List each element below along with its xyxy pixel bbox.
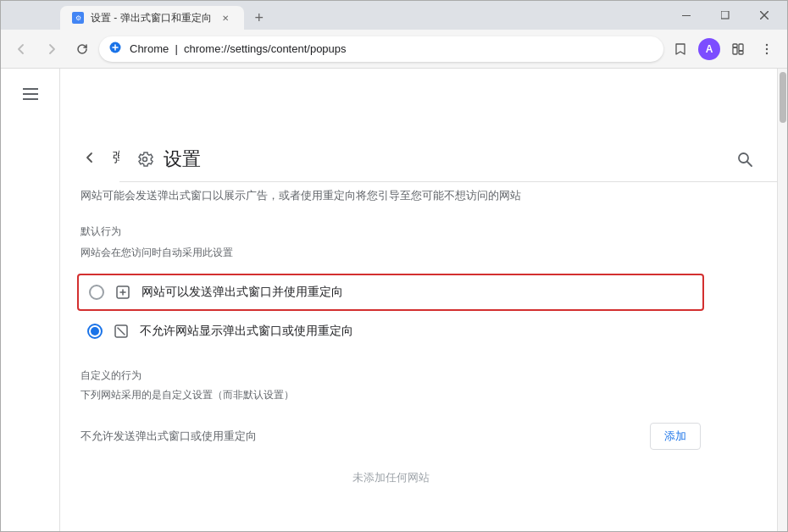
extension-button[interactable]	[724, 36, 752, 63]
settings-main: 设置 弹出式窗口和重定向 搜索	[60, 69, 777, 532]
svg-rect-12	[23, 88, 38, 90]
allow-radio[interactable]	[89, 285, 104, 300]
block-radio[interactable]	[87, 324, 103, 339]
tab-area: ⚙ 设置 - 弹出式窗口和重定向 ✕ +	[1, 1, 271, 30]
window-minimize-button[interactable]	[667, 1, 706, 30]
svg-point-9	[766, 43, 768, 45]
settings-icon	[136, 151, 153, 168]
custom-behavior-sublabel: 下列网站采用的是自定义设置（而非默认设置）	[77, 388, 704, 402]
svg-rect-1	[721, 11, 729, 19]
block-section-header: 不允许发送弹出式窗口或使用重定向 添加	[77, 416, 704, 457]
hamburger-button[interactable]	[15, 79, 46, 109]
forward-button[interactable]	[38, 36, 65, 63]
bookmark-button[interactable]	[667, 36, 694, 63]
svg-rect-5	[733, 47, 737, 54]
window-restore-button[interactable]	[706, 1, 745, 30]
scrollbar-thumb[interactable]	[780, 72, 786, 123]
custom-behavior-label: 自定义的行为	[77, 369, 704, 383]
settings-header: 设置	[119, 136, 777, 182]
svg-point-10	[766, 47, 768, 49]
block-option-icon	[113, 323, 130, 340]
settings-search-button[interactable]	[730, 144, 760, 175]
svg-line-21	[118, 328, 125, 335]
svg-rect-8	[733, 44, 737, 47]
profile-button[interactable]: A	[696, 36, 723, 63]
svg-rect-13	[23, 93, 38, 95]
add-button[interactable]: 添加	[650, 423, 701, 450]
settings-container: 设置 弹出式窗口和重定向 搜索	[1, 69, 787, 532]
allow-popups-option[interactable]: 网站可以发送弹出式窗口并使用重定向	[77, 274, 704, 311]
svg-rect-7	[739, 51, 743, 54]
reload-button[interactable]	[69, 36, 96, 63]
security-icon	[109, 42, 121, 56]
allow-option-icon	[114, 284, 131, 301]
block-radio-inner	[91, 327, 99, 335]
window-close-button[interactable]	[745, 1, 784, 30]
tab-title: 设置 - 弹出式窗口和重定向	[91, 11, 212, 25]
browser-toolbar: A	[1, 30, 787, 69]
back-button[interactable]	[8, 36, 35, 63]
empty-section-text: 未添加任何网站	[77, 457, 704, 499]
new-tab-button[interactable]: +	[247, 6, 271, 30]
search-icon	[736, 151, 753, 168]
profile-avatar: A	[698, 38, 720, 60]
allow-option-text: 网站可以发送弹出式窗口并使用重定向	[142, 285, 343, 300]
address-bar[interactable]	[99, 36, 663, 62]
svg-point-15	[739, 153, 748, 163]
settings-page-title: 设置	[164, 147, 201, 172]
block-option-text: 不允许网站显示弹出式窗口或使用重定向	[140, 324, 353, 339]
tab-close-button[interactable]: ✕	[219, 11, 232, 25]
block-section: 不允许发送弹出式窗口或使用重定向 添加 未添加任何网站	[77, 416, 704, 499]
default-behavior-sublabel: 网站会在您访问时自动采用此设置	[77, 246, 704, 260]
svg-rect-6	[739, 44, 743, 51]
svg-line-16	[747, 162, 752, 166]
scrollbar-track[interactable]	[777, 69, 787, 532]
address-container	[99, 36, 663, 62]
settings-nav	[1, 69, 60, 532]
browser-window: ⚙ 设置 - 弹出式窗口和重定向 ✕ +	[0, 0, 788, 532]
svg-rect-14	[23, 98, 38, 100]
block-section-title: 不允许发送弹出式窗口或使用重定向	[80, 429, 257, 444]
titlebar: ⚙ 设置 - 弹出式窗口和重定向 ✕ +	[1, 1, 787, 30]
block-popups-option[interactable]: 不允许网站显示弹出式窗口或使用重定向	[77, 314, 704, 348]
menu-button[interactable]	[753, 36, 780, 63]
description-text: 网站可能会发送弹出式窗口以展示广告，或者使用重定向将您引导至您可能不想访问的网站	[77, 187, 704, 204]
subpage-back-button[interactable]	[77, 145, 103, 170]
svg-point-11	[766, 52, 768, 53]
default-behavior-label: 默认行为	[77, 224, 704, 239]
tab-favicon: ⚙	[72, 12, 84, 24]
svg-rect-0	[682, 15, 691, 16]
toolbar-actions: A	[667, 36, 780, 63]
active-tab[interactable]: ⚙ 设置 - 弹出式窗口和重定向 ✕	[60, 6, 244, 30]
